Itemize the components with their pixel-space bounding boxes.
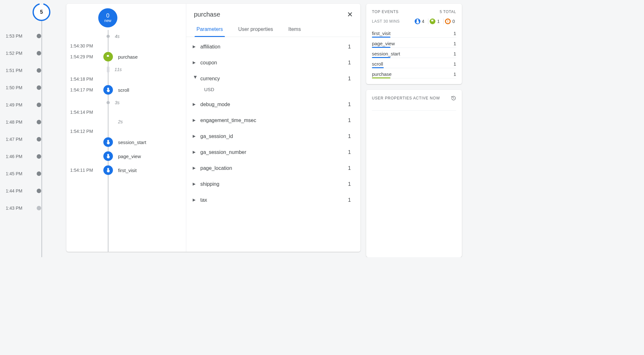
minute-row[interactable]: 1:45 PM bbox=[0, 165, 61, 182]
top-events-subtitle: LAST 30 MINS bbox=[372, 19, 400, 24]
stream-time: 1:54:30 PM bbox=[70, 43, 102, 48]
minute-timeline-badge-count: 5 bbox=[40, 9, 43, 15]
chevron-right-icon: ▶ bbox=[193, 198, 198, 202]
event-detail-panel: purchase ✕ ParametersUser propertiesItem… bbox=[186, 4, 360, 252]
parameter-row[interactable]: ▶debug_mode1 bbox=[186, 97, 360, 112]
top-event-count: 1 bbox=[454, 31, 456, 36]
minute-timeline-badge[interactable]: 5 bbox=[33, 3, 50, 21]
parameter-row[interactable]: ▶coupon1 bbox=[186, 55, 360, 71]
top-event-bar bbox=[372, 77, 390, 78]
parameter-count: 1 bbox=[348, 118, 351, 123]
minute-row[interactable]: 1:46 PM bbox=[0, 148, 61, 165]
stream-row[interactable]: 1:54:17 PMscroll bbox=[66, 83, 186, 97]
chevron-right-icon: ▶ bbox=[193, 150, 198, 154]
minute-dot-icon bbox=[37, 206, 41, 210]
parameter-row[interactable]: ▶affiliation1 bbox=[186, 39, 360, 55]
stream-row: 1:54:30 PM bbox=[66, 42, 186, 50]
minute-row[interactable]: 1:53 PM bbox=[0, 27, 61, 45]
stream-time: 1:54:14 PM bbox=[70, 110, 102, 115]
minute-dot-icon bbox=[37, 154, 41, 159]
minute-row[interactable]: 1:47 PM bbox=[0, 131, 61, 148]
top-events-card: TOP EVENTS 5 TOTAL LAST 30 MINS 410 firs… bbox=[366, 4, 462, 84]
top-event-row[interactable]: scroll1 bbox=[372, 58, 456, 68]
minute-row[interactable]: 1:44 PM bbox=[0, 182, 61, 199]
top-event-name: first_visit bbox=[372, 31, 390, 36]
stream-badge-label: new bbox=[104, 19, 111, 23]
legend-value: 4 bbox=[422, 19, 425, 24]
stream-row[interactable]: 1:54:29 PMpurchase bbox=[66, 50, 186, 64]
parameter-row[interactable]: ▶tax1 bbox=[186, 192, 360, 208]
top-event-count: 1 bbox=[454, 41, 456, 46]
parameter-row[interactable]: ▶currency1 bbox=[186, 71, 360, 87]
touch-icon bbox=[103, 151, 113, 161]
chevron-right-icon: ▶ bbox=[193, 118, 198, 122]
event-stream-badge[interactable]: 0 new bbox=[98, 8, 117, 27]
stream-time: 1:54:12 PM bbox=[70, 129, 102, 134]
legend-value: 1 bbox=[437, 19, 440, 24]
parameters-list[interactable]: ▶affiliation1▶coupon1▶currency1USD▶debug… bbox=[186, 37, 360, 252]
stream-event-label: first_visit bbox=[118, 168, 137, 173]
minute-row-label: 1:46 PM bbox=[0, 154, 31, 159]
chevron-right-icon: ▶ bbox=[193, 60, 198, 65]
stream-row[interactable]: session_start bbox=[66, 135, 186, 149]
legend-item[interactable]: 1 bbox=[428, 18, 441, 24]
legend-item[interactable]: 0 bbox=[443, 18, 456, 24]
parameter-name: currency bbox=[198, 76, 348, 82]
stream-row: 2s bbox=[66, 116, 186, 127]
minute-dot-icon bbox=[37, 103, 41, 107]
minute-row-label: 1:45 PM bbox=[0, 171, 31, 176]
stream-row: 11s bbox=[66, 64, 186, 75]
minute-timeline: 5 1:53 PM1:52 PM1:51 PM1:50 PM1:49 PM1:4… bbox=[0, 0, 61, 257]
parameter-row[interactable]: ▶ga_session_id1 bbox=[186, 128, 360, 144]
parameter-count: 1 bbox=[348, 102, 351, 107]
tab-items[interactable]: Items bbox=[281, 24, 308, 37]
minute-row[interactable]: 1:52 PM bbox=[0, 45, 61, 62]
history-icon[interactable] bbox=[451, 96, 456, 101]
parameter-count: 1 bbox=[348, 44, 351, 50]
top-event-row[interactable]: purchase1 bbox=[372, 68, 456, 78]
error-icon bbox=[445, 18, 451, 24]
top-event-count: 1 bbox=[454, 51, 456, 56]
minute-row[interactable]: 1:50 PM bbox=[0, 79, 61, 96]
stream-row[interactable]: page_view bbox=[66, 149, 186, 163]
parameter-row[interactable]: ▶shipping1 bbox=[186, 176, 360, 192]
minute-row[interactable]: 1:51 PM bbox=[0, 62, 61, 79]
minute-row-label: 1:47 PM bbox=[0, 137, 31, 142]
parameter-row[interactable]: ▶engagement_time_msec1 bbox=[186, 112, 360, 128]
minute-dot-icon bbox=[37, 137, 41, 141]
tab-user-properties[interactable]: User properties bbox=[231, 24, 281, 37]
parameter-row[interactable]: ▶ga_session_number1 bbox=[186, 144, 360, 160]
gap-dot-icon bbox=[107, 101, 110, 104]
gap-pill-icon bbox=[107, 66, 109, 73]
parameter-count: 1 bbox=[348, 134, 351, 139]
legend-value: 0 bbox=[452, 19, 455, 24]
top-event-row[interactable]: page_view1 bbox=[372, 38, 456, 48]
stream-gap-label: 4s bbox=[115, 34, 120, 39]
minute-row-label: 1:51 PM bbox=[0, 68, 31, 73]
legend-item[interactable]: 4 bbox=[413, 18, 426, 24]
minute-row[interactable]: 1:49 PM bbox=[0, 96, 61, 113]
chevron-right-icon: ▶ bbox=[193, 102, 198, 106]
parameter-count: 1 bbox=[348, 197, 351, 203]
parameter-count: 1 bbox=[348, 181, 351, 187]
event-stream-card: 0 new 4s1:54:30 PM1:54:29 PMpurchase11s1… bbox=[66, 4, 360, 252]
minute-dot-icon bbox=[37, 120, 41, 124]
stream-event-label: purchase bbox=[118, 54, 138, 60]
stream-event-label: session_start bbox=[118, 140, 146, 145]
chevron-right-icon: ▶ bbox=[193, 44, 198, 49]
minute-row[interactable]: 1:48 PM bbox=[0, 113, 61, 131]
parameter-row[interactable]: ▶page_location1 bbox=[186, 160, 360, 176]
top-event-row[interactable]: session_start1 bbox=[372, 48, 456, 58]
stream-gap-label: 11s bbox=[115, 67, 122, 72]
close-icon[interactable]: ✕ bbox=[347, 11, 353, 18]
stream-row[interactable]: 1:54:11 PMfirst_visit bbox=[66, 163, 186, 177]
touch-icon bbox=[103, 137, 113, 147]
minute-row-label: 1:52 PM bbox=[0, 51, 31, 56]
stream-row: 1:54:14 PM bbox=[66, 108, 186, 116]
top-event-row[interactable]: first_visit1 bbox=[372, 27, 456, 38]
stream-time: 1:54:11 PM bbox=[70, 168, 102, 173]
svg-rect-6 bbox=[448, 20, 448, 22]
minute-row[interactable]: 1:43 PM bbox=[0, 199, 61, 217]
tab-parameters[interactable]: Parameters bbox=[189, 24, 231, 37]
top-events-title: TOP EVENTS bbox=[372, 10, 399, 14]
